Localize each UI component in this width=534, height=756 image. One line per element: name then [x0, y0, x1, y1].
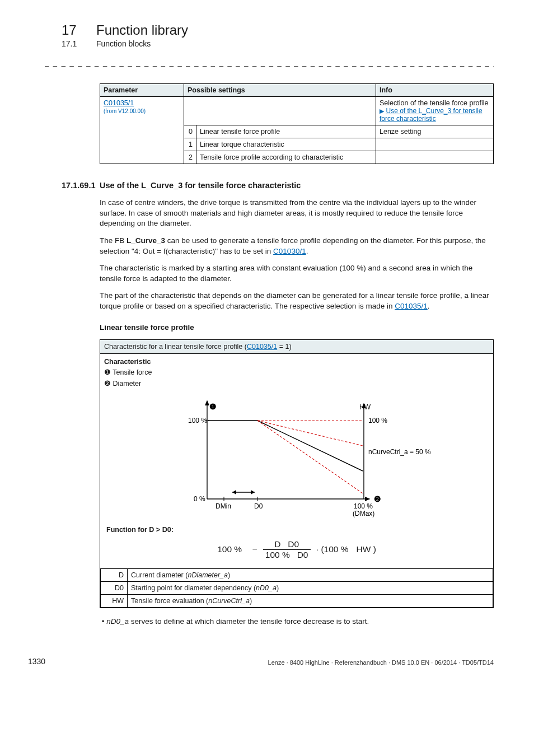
bullet-note: • nD0_a serves to define at which diamet… — [100, 617, 494, 626]
subheading: Linear tensile force profile — [100, 323, 494, 332]
x-tick-dmax: 100 % — [354, 502, 373, 510]
char-title: Characteristic for a linear tensile forc… — [100, 339, 494, 353]
page-footer: 1330 Lenze · 8400 HighLine · Referenzhan… — [62, 659, 494, 666]
characteristic-box: Characteristic for a linear tensile forc… — [100, 339, 494, 608]
setting-info — [376, 138, 494, 151]
chapter-title: Function library — [96, 22, 188, 38]
legend-text-1: Tensile force — [113, 368, 152, 376]
y-tick-0: 0 % — [194, 495, 205, 503]
parameter-table: Parameter Possible settings Info C01035/… — [100, 83, 494, 164]
subchapter-number: 17.1 — [62, 39, 96, 48]
right-100: 100 % — [368, 417, 387, 424]
x-tick-dmin: DMin — [216, 502, 231, 510]
info-arrow-icon: ▶ — [380, 108, 384, 114]
param-code-link[interactable]: C01035/1 — [104, 99, 134, 107]
param-cell: C01035/1 (from V12.00.00) — [100, 97, 184, 164]
definitions-table: D Current diameter (nDiameter_a) D0 Star… — [100, 568, 493, 608]
fb-name: L_Curve_3 — [127, 236, 165, 245]
table-row: D Current diameter (nDiameter_a) — [101, 568, 493, 581]
chart: 100 % 0 % DMin D0 100 % (DMax) 100 % HW … — [146, 393, 448, 521]
function-label: Function for D > D0: — [106, 526, 489, 534]
char-body: Characteristic ❶ Tensile force ❷ Diamete… — [100, 353, 494, 568]
def-text: Current diameter (nDiameter_a) — [128, 568, 493, 581]
x-tick-d0: D0 — [254, 502, 263, 510]
info-crossref-link[interactable]: Use of the L_Curve_3 for tensile force c… — [380, 107, 483, 123]
info-main-cell: Selection of the tensile force profile ▶… — [376, 97, 494, 125]
setting-text: Linear torque characteristic — [196, 138, 376, 151]
paragraph: The part of the characteristic that depe… — [100, 291, 494, 311]
chapter-heading: 17Function library — [62, 22, 494, 38]
legend-heading: Characteristic — [104, 358, 151, 366]
def-text: Starting point for diameter dependency (… — [128, 581, 493, 594]
paragraph: The FB L_Curve_3 can be used to generate… — [100, 236, 494, 256]
subchapter-title: Function blocks — [96, 39, 151, 48]
table-row: HW Tensile force evaluation (nCurveCtrl_… — [101, 594, 493, 607]
def-sym: HW — [101, 594, 128, 607]
setting-text: Linear tensile force profile — [196, 125, 376, 138]
y-tick-100: 100 % — [188, 417, 207, 424]
def-sym: D — [101, 568, 128, 581]
svg-line-8 — [257, 421, 363, 446]
param-link-inline[interactable]: C01035/1 — [395, 302, 428, 310]
setting-info — [376, 151, 494, 164]
col-info: Info — [376, 84, 494, 97]
x-tick-dmax2: (DMax) — [353, 510, 374, 517]
legend-symbol-1: ❶ — [104, 368, 111, 376]
legend: Characteristic ❶ Tensile force ❷ Diamete… — [104, 357, 489, 389]
axis-marker-2: ❷ — [374, 494, 381, 503]
axis-marker-1: ❶ — [209, 402, 217, 411]
setting-num: 1 — [184, 138, 196, 151]
legend-symbol-2: ❷ — [104, 379, 111, 388]
ncurve-label: nCurveCtrl_a = 50 % — [368, 448, 431, 456]
subchapter-heading: 17.1Function blocks — [62, 39, 494, 48]
legend-text-2: Diameter — [113, 380, 141, 388]
setting-num: 0 — [184, 125, 196, 138]
divider-dashes: _ _ _ _ _ _ _ _ _ _ _ _ _ _ _ _ _ _ _ _ … — [45, 58, 494, 67]
table-row: D0 Starting point for diameter dependenc… — [101, 581, 493, 594]
formula: 100 % − D D0 100 % D0 · (100 %HW ) — [104, 536, 489, 566]
svg-line-9 — [257, 421, 363, 493]
col-settings: Possible settings — [184, 84, 376, 97]
section-heading: 17.1.69.1Use of the L_Curve_3 for tensil… — [62, 181, 494, 190]
param-link-inline[interactable]: C01030/1 — [273, 247, 306, 255]
section-title: Use of the L_Curve_3 for tensile force c… — [100, 181, 301, 190]
param-from-note: (from V12.00.00) — [104, 108, 146, 114]
setting-info: Lenze setting — [376, 125, 494, 138]
def-text: Tensile force evaluation (nCurveCtrl_a) — [128, 594, 493, 607]
section-number: 17.1.69.1 — [62, 181, 100, 190]
char-title-link[interactable]: C01035/1 — [247, 343, 277, 351]
col-parameter: Parameter — [100, 84, 184, 97]
hw-label: HW — [359, 403, 371, 411]
page-number: 1330 — [28, 657, 45, 666]
info-main-text: Selection of the tensile force profile — [380, 99, 489, 107]
setting-num: 2 — [184, 151, 196, 164]
setting-text: Tensile force profile according to chara… — [196, 151, 376, 164]
chapter-number: 17 — [62, 22, 96, 38]
settings-blank — [184, 97, 376, 125]
paragraph: The characteristic is marked by a starti… — [100, 263, 494, 284]
footer-source: Lenze · 8400 HighLine · Referenzhandbuch… — [62, 659, 494, 666]
paragraph: In case of centre winders, the drive tor… — [100, 198, 494, 229]
def-sym: D0 — [101, 581, 128, 594]
